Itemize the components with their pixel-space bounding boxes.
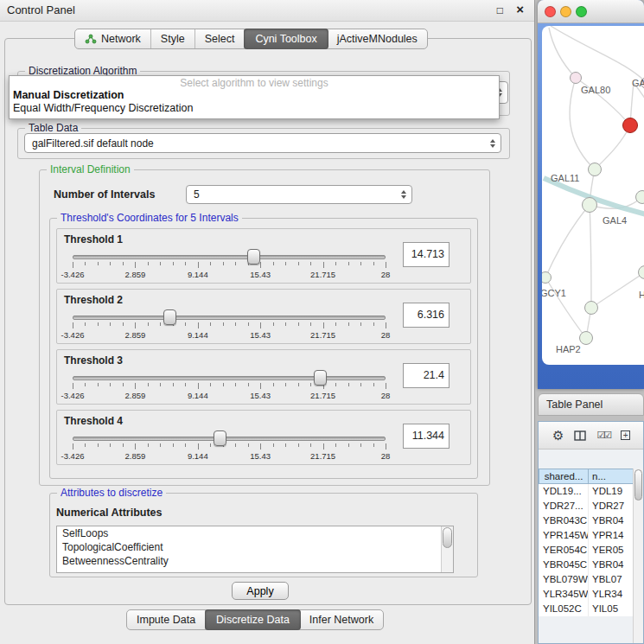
network-node-label: GCY1 [542,288,566,298]
threshold-3-slider[interactable]: -3.4262.8599.14415.4321.71528 [73,368,386,403]
tab-discretize-data[interactable]: Discretize Data [205,609,301,630]
tab-label: Network [101,33,141,45]
table-row[interactable]: YER054CYER05 [539,543,644,558]
table-scrollbar[interactable] [633,469,643,643]
table-data-combobox[interactable]: galFiltered.sif default node [24,133,501,153]
tick-mark [98,322,99,326]
tick-label: 2.859 [125,451,146,461]
network-node-hap2[interactable] [579,331,593,345]
slider-thumb[interactable] [214,430,226,446]
tick-mark [235,262,236,265]
number-of-intervals-combobox[interactable]: 5 [186,185,412,204]
cell-shared-name[interactable]: YLR345W [539,587,589,602]
cell-shared-name[interactable]: YDR27... [539,499,589,513]
tick-mark [310,262,311,265]
tab-label: Select [205,33,235,45]
gear-icon[interactable]: ⚙ [552,429,564,442]
apply-button[interactable]: Apply [232,582,289,600]
tab-label: Cyni Toolbox [255,33,316,45]
network-node-gal11[interactable] [588,163,602,176]
table-row[interactable]: YLR345WYLR34 [539,587,644,602]
tab-select[interactable]: Select [195,29,245,48]
table-row[interactable]: YBR043CYBR04 [539,513,644,528]
threshold-2-value-field[interactable]: 6.316 [403,303,450,328]
cell-shared-name[interactable]: YIL052C [539,602,589,616]
window-title: Control Panel [7,3,75,16]
tick-mark [360,383,361,386]
cell-shared-name[interactable]: YBR045C [539,558,589,572]
float-window-icon[interactable]: □ [497,4,503,16]
scrollbar-thumb[interactable] [634,469,642,501]
tick-mark [160,443,161,447]
threshold-panel-3: Threshold 3 -3.4262.8599.14415.4321.7152… [56,349,471,405]
cell-shared-name[interactable]: YPR145W [539,528,589,543]
network-node[interactable] [584,301,598,315]
tick-mark [98,262,99,265]
popup-option-equal-width-frequency[interactable]: Equal Width/Frequency Discretization [10,102,499,115]
tick-mark [360,322,361,326]
tick-label: 28 [381,270,391,279]
slider-track[interactable] [73,437,386,441]
slider-scale-labels: -3.4262.8599.14415.4321.71528 [73,451,386,461]
column-header-shared-name[interactable]: shared... [539,469,589,484]
slider-thumb[interactable] [163,309,176,325]
numerical-attribute-item[interactable]: BetweennessCentrality [57,554,453,568]
network-node-gal4[interactable] [582,197,597,213]
network-node-gal80[interactable] [570,72,582,84]
scrollbar-thumb[interactable] [443,527,452,548]
popup-option-manual-discretization[interactable]: Manual Discretization [10,89,499,102]
tick-mark [248,383,249,386]
table-row[interactable]: YDL19...YDL19 [539,484,644,499]
table-row[interactable]: YDR27...YDR27 [539,499,644,513]
numerical-attribute-item[interactable]: TopologicalCoefficient [57,540,453,554]
slider-thumb[interactable] [247,249,260,265]
slider-thumb[interactable] [314,370,327,386]
numerical-attribute-item[interactable]: SelfLoops [57,526,453,540]
tab-jactivemnodules[interactable]: jActiveMNodules [328,29,427,48]
threshold-1-value-field[interactable]: 14.713 [403,242,450,267]
select-columns-icon[interactable]: ☑☑ [596,430,610,441]
network-node[interactable] [635,190,644,204]
table-row[interactable]: YIL052CYIL05 [539,602,644,616]
cell-shared-name[interactable]: YER054C [539,543,589,558]
slider-track[interactable] [73,376,386,380]
tick-mark [135,443,136,450]
close-window-icon[interactable]: × [516,2,524,16]
network-node[interactable] [622,118,638,133]
tick-mark [285,383,286,386]
threshold-2-slider[interactable]: -3.4262.8599.14415.4321.71528 [73,308,386,342]
tab-impute-data[interactable]: Impute Data [127,610,206,629]
cell-shared-name[interactable]: YBR043C [539,513,589,528]
tab-label: Infer Network [309,614,373,626]
add-column-icon[interactable]: + [621,430,630,440]
tick-mark [123,383,124,386]
threshold-1-slider[interactable]: -3.4262.8599.14415.4321.71528 [73,247,386,282]
attributes-list-scrollbar[interactable] [441,526,453,572]
table-row[interactable]: YBL079WYBL07 [539,572,644,587]
tab-cyni-toolbox[interactable]: Cyni Toolbox [244,29,328,49]
tab-style[interactable]: Style [151,29,195,48]
tick-mark [235,443,236,447]
table-row[interactable]: YPR145WYPR14 [539,528,644,543]
slider-track[interactable] [73,316,386,320]
cell-shared-name[interactable]: YBL079W [539,572,589,587]
table-row[interactable]: YBR045CYBR04 [539,558,644,572]
threshold-3-value-field[interactable]: 21.4 [403,363,450,388]
column-chooser-icon[interactable] [574,430,586,441]
threshold-4-slider[interactable]: -3.4262.8599.14415.4321.71528 [73,429,386,463]
slider-track[interactable] [73,255,386,259]
tab-infer-network[interactable]: Infer Network [300,610,383,629]
network-canvas[interactable]: GAL80GAGAL11GAL4GCY1HHAP2 [542,26,644,365]
close-traffic-light[interactable] [545,6,556,17]
zoom-traffic-light[interactable] [576,6,587,17]
cell-shared-name[interactable]: YDL19... [539,484,589,499]
tab-label: Style [161,33,185,45]
tab-network[interactable]: Network [75,29,151,48]
numerical-attributes-list[interactable]: SelfLoopsTopologicalCoefficientBetweenne… [56,526,454,573]
control-panel-tabbar: Network Style Select Cyni Toolbox jActiv… [74,29,428,49]
tick-mark [285,262,286,265]
minimize-traffic-light[interactable] [560,6,571,17]
table-panel-title[interactable]: Table Panel [538,393,644,416]
threshold-4-value-field[interactable]: 11.344 [403,424,450,449]
numerical-attributes-label: Numerical Attributes [56,507,162,519]
